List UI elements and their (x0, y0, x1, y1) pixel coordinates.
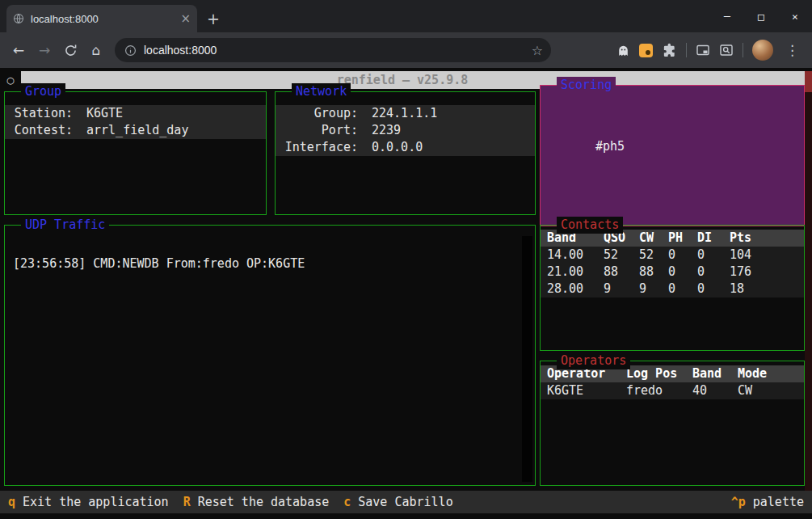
picture-in-picture-icon[interactable] (696, 43, 710, 57)
table-cell: 0 (697, 247, 730, 264)
close-window-button[interactable]: × (778, 11, 812, 23)
extension-ghost-icon[interactable] (616, 44, 630, 57)
table-cell: 176 (730, 264, 804, 281)
contacts-row: 28.00 9 9 0 0 18 (541, 281, 804, 297)
contacts-row: 14.00 52 52 0 0 104 (541, 247, 804, 264)
table-cell: fredo (626, 382, 692, 399)
hotkey-description: palette (753, 495, 804, 509)
table-cell: 0 (668, 247, 697, 264)
tab-strip: localhost:8000 × + ─ □ × (0, 0, 812, 32)
app-title: renfield – v25.9.8 (337, 73, 469, 87)
table-cell: 21.00 (547, 264, 604, 281)
column-header: Mode (738, 365, 804, 382)
app-page: renfield – v25.9.8 ○ Group Station: K6GT… (0, 68, 812, 519)
browser-toolbar: ← → ⌂ localhost:8000 ☆ (0, 32, 812, 68)
table-cell: 28.00 (547, 281, 604, 297)
multicast-group-row: Group: 224.1.1.1 (276, 105, 535, 122)
udp-log-line: [23:56:58] CMD:NEWDB From:fredo OP:K6GTE (13, 256, 305, 271)
multicast-group-value: 224.1.1.1 (372, 105, 437, 122)
globe-favicon-icon (13, 13, 24, 24)
hotkey: R (183, 495, 191, 509)
reload-button[interactable] (58, 38, 82, 62)
hotkey-description: Reset the database (198, 495, 330, 509)
udp-log-scrollbar[interactable] (522, 236, 532, 482)
toolbar-right-cluster: ⋮ (616, 40, 806, 61)
table-cell: 40 (692, 382, 738, 399)
tab-close-icon[interactable]: × (180, 13, 191, 25)
new-tab-button[interactable]: + (202, 7, 225, 30)
column-header: PH (668, 230, 697, 247)
interface-label: Interface: (276, 139, 358, 156)
tab-search-icon[interactable] (719, 43, 734, 57)
page-scrollbar-thumb[interactable] (805, 71, 812, 92)
extension-orange-icon[interactable] (639, 44, 653, 57)
scoring-value: #ph5 (595, 139, 625, 154)
table-cell: 18 (730, 281, 804, 297)
extensions-puzzle-icon[interactable] (662, 43, 677, 58)
forward-button[interactable]: → (32, 38, 57, 62)
contest-value: arrl_field_day (86, 122, 188, 139)
back-button[interactable]: ← (6, 38, 31, 62)
footer-binding-cabrillo[interactable]: c Save Cabrillo (343, 495, 452, 509)
contest-label: Contest: (5, 122, 73, 139)
contest-row: Contest: arrl_field_day (5, 122, 266, 139)
table-cell: 52 (639, 247, 668, 264)
minimize-button[interactable]: ─ (710, 11, 744, 23)
address-text: localhost:8000 (144, 44, 520, 57)
multicast-group-label: Group: (276, 105, 358, 122)
operators-panel-title: Operators (557, 352, 630, 369)
app-menu-icon[interactable]: ○ (0, 71, 21, 89)
footer-binding-quit[interactable]: q Exit the application (8, 495, 169, 509)
group-panel-title: Group (21, 83, 65, 100)
table-cell: 52 (604, 247, 639, 264)
maximize-button[interactable]: □ (744, 11, 778, 23)
contacts-row: 21.00 88 88 0 0 176 (541, 264, 804, 281)
table-cell: CW (738, 382, 804, 399)
contacts-table: Band QSO CW PH DI Pts 14.00 52 52 0 0 10… (541, 230, 804, 297)
browser-chrome: localhost:8000 × + ─ □ × ← → ⌂ (0, 0, 812, 68)
toolbar-divider (743, 43, 743, 57)
table-cell: 88 (639, 264, 668, 281)
page-scrollbar[interactable] (805, 71, 812, 491)
table-cell: 9 (604, 281, 639, 297)
table-cell: 9 (639, 281, 668, 297)
network-panel: Network Group: 224.1.1.1 Port: 2239 Inte… (275, 91, 536, 215)
group-rows: Station: K6GTE Contest: arrl_field_day (5, 105, 266, 139)
tab-title: localhost:8000 (31, 13, 174, 25)
table-cell: K6GTE (547, 382, 626, 399)
toolbar-divider (686, 43, 687, 57)
table-cell: 0 (697, 264, 730, 281)
column-header: Log Pos (626, 365, 692, 382)
contacts-panel: Contacts Band QSO CW PH DI Pts 14.00 52 … (540, 225, 805, 351)
address-bar[interactable]: localhost:8000 ☆ (115, 38, 551, 62)
site-info-icon[interactable] (124, 44, 137, 57)
window-controls: ─ □ × (710, 0, 812, 32)
app-footer: q Exit the application R Reset the datab… (0, 491, 812, 513)
bookmark-star-icon[interactable]: ☆ (527, 43, 548, 58)
contacts-panel-title: Contacts (557, 217, 623, 234)
hotkey: ^p (731, 495, 746, 509)
browser-menu-icon[interactable]: ⋮ (782, 42, 802, 58)
browser-tab[interactable]: localhost:8000 × (6, 5, 197, 32)
hotkey: q (8, 495, 15, 509)
network-rows: Group: 224.1.1.1 Port: 2239 Interface: 0… (276, 105, 535, 156)
operators-row: K6GTE fredo 40 CW (541, 382, 804, 399)
station-label: Station: (5, 105, 73, 122)
scoring-panel: Scoring #ph5 (540, 85, 805, 226)
station-row: Station: K6GTE (5, 105, 266, 122)
table-cell: 0 (668, 281, 697, 297)
operators-panel: Operators Operator Log Pos Band Mode K6G… (540, 361, 805, 486)
table-cell: 0 (697, 281, 730, 297)
table-cell: 104 (730, 247, 804, 264)
home-button[interactable]: ⌂ (84, 38, 108, 62)
scoring-panel-title: Scoring (557, 77, 616, 94)
table-cell: 14.00 (547, 247, 604, 264)
footer-binding-reset[interactable]: R Reset the database (183, 495, 330, 509)
profile-avatar[interactable] (752, 40, 773, 61)
interface-value: 0.0.0.0 (372, 139, 423, 156)
footer-binding-palette[interactable]: ^p palette (731, 495, 804, 509)
udp-traffic-panel-title: UDP Traffic (21, 217, 109, 234)
port-row: Port: 2239 (276, 122, 535, 139)
port-value: 2239 (372, 122, 401, 139)
hotkey-description: Exit the application (23, 495, 169, 509)
